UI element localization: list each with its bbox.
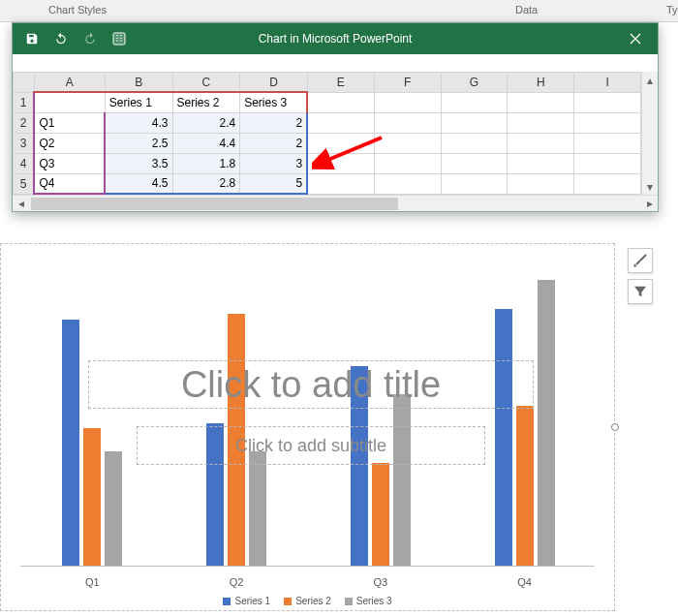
paintbrush-icon [632, 253, 648, 268]
cell[interactable]: 3.5 [105, 153, 172, 173]
excel-icon[interactable] [111, 31, 127, 46]
cell[interactable] [508, 92, 574, 112]
title-placeholder[interactable]: Click to add title [88, 360, 534, 409]
bar[interactable] [516, 406, 534, 566]
ribbon-group-data: Data [515, 4, 538, 15]
cell[interactable] [374, 153, 441, 173]
col-header[interactable]: B [105, 73, 172, 93]
cell[interactable] [374, 133, 441, 153]
undo-icon[interactable] [53, 31, 69, 46]
bar[interactable] [372, 463, 389, 566]
row-header[interactable]: 3 [14, 133, 35, 153]
category-label: Q2 [207, 576, 265, 588]
scroll-right-icon[interactable]: ▸ [641, 197, 658, 210]
cell[interactable] [307, 173, 374, 194]
bar[interactable] [105, 451, 122, 566]
cell[interactable] [307, 92, 374, 112]
scroll-thumb[interactable] [31, 198, 398, 210]
cell[interactable]: 3 [240, 153, 308, 173]
bar[interactable] [495, 309, 512, 567]
col-header[interactable]: I [574, 73, 641, 93]
cell[interactable]: 4.4 [172, 133, 240, 153]
save-icon[interactable] [24, 31, 40, 46]
chart-styles-button[interactable] [628, 248, 653, 273]
cell[interactable] [307, 133, 374, 153]
cell[interactable] [508, 112, 574, 133]
cell[interactable] [307, 153, 374, 173]
cell[interactable] [508, 133, 574, 153]
resize-handle[interactable] [611, 423, 619, 431]
cell[interactable] [441, 173, 508, 194]
cell[interactable]: 2.5 [105, 133, 172, 153]
bar[interactable] [538, 280, 555, 566]
horizontal-scrollbar[interactable]: ◂ ▸ [13, 195, 658, 211]
bar[interactable] [62, 320, 79, 566]
row-header[interactable]: 1 [14, 92, 35, 112]
select-all-corner[interactable] [14, 73, 35, 93]
cell[interactable] [441, 133, 508, 153]
subtitle-placeholder[interactable]: Click to add subtitle [137, 426, 485, 465]
cell[interactable]: 2.8 [172, 173, 240, 194]
cell[interactable] [574, 112, 641, 133]
redo-icon[interactable] [82, 31, 98, 46]
cell[interactable] [574, 133, 641, 153]
cell[interactable]: 2 [240, 133, 308, 153]
cell[interactable] [374, 173, 441, 194]
ribbon-strip: Chart Styles Data Type [0, 0, 678, 22]
cell[interactable]: 4.3 [105, 112, 172, 133]
row-header[interactable]: 4 [14, 153, 35, 173]
cell[interactable] [508, 173, 574, 194]
col-header[interactable]: H [508, 73, 574, 93]
cell[interactable] [307, 112, 374, 133]
chart-object[interactable]: Q1Q2Q3Q4 Click to add title Click to add… [0, 243, 615, 611]
cell[interactable] [574, 92, 641, 112]
cell[interactable] [34, 92, 105, 112]
scroll-down-icon[interactable]: ▾ [642, 178, 658, 195]
scroll-left-icon[interactable]: ◂ [13, 197, 29, 210]
cell[interactable]: 5 [240, 173, 308, 194]
cell[interactable] [574, 173, 641, 194]
bar[interactable] [249, 451, 266, 566]
close-button[interactable] [613, 23, 658, 54]
scroll-up-icon[interactable]: ▴ [642, 72, 658, 88]
cell[interactable]: Series 3 [240, 92, 308, 112]
cell[interactable]: 2 [240, 112, 308, 133]
spreadsheet[interactable]: A B C D E F G H I 1 Series 1 Series 2 Se… [13, 72, 641, 195]
funnel-icon [632, 284, 648, 299]
cell[interactable]: Q2 [34, 133, 105, 153]
col-header[interactable]: E [307, 73, 374, 93]
row-header[interactable]: 2 [14, 112, 35, 133]
subtitle-placeholder-text: Click to add subtitle [235, 436, 386, 456]
legend-item: Series 1 [223, 596, 270, 606]
chart-filters-button[interactable] [628, 279, 653, 304]
cell[interactable]: Q4 [34, 173, 105, 194]
window-titlebar[interactable]: Chart in Microsoft PowerPoint [13, 23, 658, 54]
cell[interactable] [508, 153, 574, 173]
bar[interactable] [83, 428, 101, 566]
row-header[interactable]: 5 [14, 173, 35, 194]
col-header[interactable]: D [240, 73, 308, 93]
vertical-scrollbar[interactable]: ▴ ▾ [641, 72, 658, 195]
title-placeholder-text: Click to add title [181, 364, 441, 406]
bar[interactable] [393, 394, 411, 566]
col-header[interactable]: A [34, 73, 105, 93]
cell[interactable] [374, 92, 441, 112]
cell[interactable] [441, 153, 508, 173]
col-header[interactable]: G [441, 73, 508, 93]
cell[interactable]: Q3 [34, 153, 105, 173]
cell[interactable]: Q1 [34, 112, 105, 133]
cell[interactable]: 2.4 [172, 112, 240, 133]
cell[interactable] [441, 112, 508, 133]
svg-rect-0 [113, 33, 125, 45]
cell[interactable] [441, 92, 508, 112]
cell[interactable]: 4.5 [105, 173, 172, 194]
col-header[interactable]: F [374, 73, 441, 93]
cell[interactable] [574, 153, 641, 173]
cell[interactable]: Series 2 [172, 92, 240, 112]
col-header[interactable]: C [172, 73, 240, 93]
cell[interactable]: 1.8 [172, 153, 240, 173]
slide-canvas[interactable]: Q1Q2Q3Q4 Click to add title Click to add… [0, 238, 678, 616]
cell[interactable]: Series 1 [105, 92, 172, 112]
chart-data-window: Chart in Microsoft PowerPoint A B C D E … [12, 22, 659, 212]
cell[interactable] [374, 112, 441, 133]
